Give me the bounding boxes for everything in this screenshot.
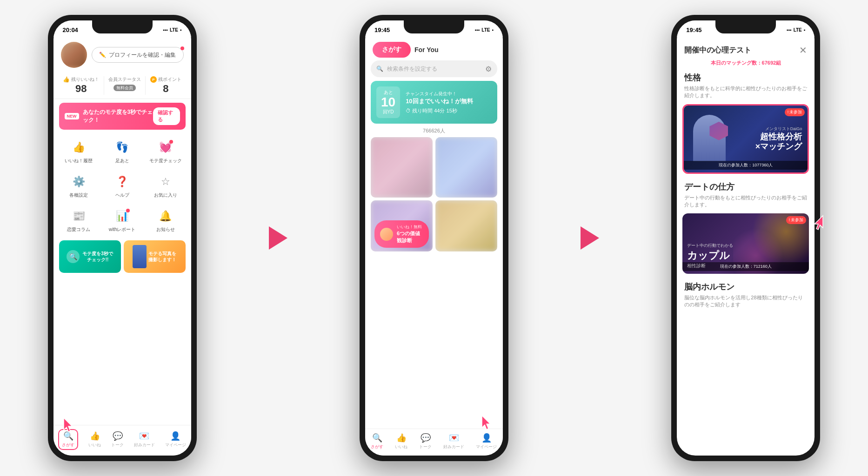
gear-icon: ⚙️ [70, 173, 87, 190]
menu-item-mote[interactable]: 💓 モテ度チェック [144, 133, 187, 168]
psych-main-title: 超性格分析×マッチング [755, 132, 802, 152]
nav-talk-2[interactable]: 💬 トーク [419, 433, 432, 450]
lte-icon: LTE [170, 27, 178, 33]
point-icon: P [150, 76, 157, 83]
promo-mote-check[interactable]: 🔍 モテ度を3秒でチェック!! [59, 240, 121, 273]
thumbs-up-icon: 👍 [70, 139, 87, 156]
profile-card-2[interactable] [435, 137, 497, 198]
nav-iine-2[interactable]: 👍 いいね [395, 433, 407, 450]
arrow-2 [576, 226, 604, 250]
psych-card-2[interactable]: デート中の行動でわかる カップル 相性診断 現在の参加人数：712160人 ! … [682, 213, 809, 274]
stats-row: 👍 残りいいね！ 98 会員ステータス 無料会員 P 残ポイント [53, 73, 191, 99]
modal-header: 開催中の心理テスト ✕ [677, 37, 815, 60]
report-notif-dot [126, 209, 130, 212]
profile-card-1[interactable] [371, 137, 433, 198]
search-nav-icon-2: 🔍 [372, 433, 382, 443]
nav-card-2[interactable]: 💌 好みカード [443, 433, 464, 450]
menu-item-notice[interactable]: 🔔 お知らせ [144, 202, 187, 237]
foryou-tab[interactable]: For You [414, 46, 439, 53]
bottom-card-1[interactable]: いいね！無料 6つの価値観診断 [371, 200, 433, 251]
status-icons-3: ▪▪▪ LTE ▪ [787, 27, 805, 33]
time-1: 20:04 [63, 26, 78, 33]
menu-item-column[interactable]: 📰 恋愛コラム [57, 202, 100, 237]
iine-nav-icon-2: 👍 [396, 433, 407, 443]
arrow-right-icon-1 [269, 226, 287, 250]
promo-photo[interactable]: モテる写真を撮影します！ [124, 240, 186, 273]
toast-avatar [380, 228, 393, 241]
psych-card-1[interactable]: メンタリストDaiGo 超性格分析×マッチング 現在の参加人数：1077360人… [682, 104, 809, 174]
confirm-button[interactable]: 確認する [153, 107, 180, 125]
promo-check-icon: 🔍 [67, 250, 80, 263]
edit-icon: ✏️ [99, 52, 106, 58]
mypage-nav-icon-2: 👤 [481, 433, 492, 443]
menu-item-report[interactable]: 📊 withレポート [100, 202, 144, 237]
talk-nav-icon: 💬 [113, 431, 123, 441]
match-count: 本日のマッチング数：67692組 [677, 60, 815, 66]
edit-profile-label: プロフィールを確認・編集 [109, 51, 176, 59]
not-joined-badge-1: ! 未参加 [785, 108, 805, 116]
iine-nav-icon: 👍 [90, 431, 100, 441]
bottom-card-2[interactable] [435, 200, 497, 251]
points-stat: P 残ポイント 8 [150, 76, 181, 95]
report-icon: 📊 [114, 208, 131, 225]
mote-banner-text: あなたのモテ度を3秒でチェック！ [83, 108, 154, 124]
promo-photo-img [133, 245, 147, 268]
newspaper-icon: 📰 [70, 208, 87, 225]
menu-item-settings[interactable]: ⚙️ 各種設定 [57, 168, 100, 202]
chance-timer: ⏱ 残り時間 44分 15秒 [406, 107, 492, 114]
lte-icon-3: LTE [794, 27, 802, 33]
section-title-1: 性格 [677, 72, 815, 85]
signal-icon-3: ▪▪▪ [787, 27, 792, 33]
promo-check-text: モテ度を3秒でチェック!! [82, 251, 113, 263]
menu-item-favorite[interactable]: ☆ お気に入り [144, 168, 187, 202]
mote-check-banner[interactable]: NEW あなたのモテ度を3秒でチェック！ 確認する [59, 103, 186, 130]
section-title-3: 脳内ホルモン [677, 278, 815, 294]
exclamation-icon-2: ! [789, 218, 790, 222]
menu-item-footprint[interactable]: 👣 足あと [100, 133, 144, 168]
profile-notif-dot [180, 46, 184, 50]
new-badge: NEW [65, 113, 79, 119]
chance-main: 10回までいいね！が無料 [406, 97, 492, 106]
nav-mypage-1[interactable]: 👤 マイページ [165, 431, 186, 448]
avatar[interactable] [61, 42, 87, 68]
likes-label: 残りいいね！ [71, 76, 99, 83]
bottom-card-img-2 [435, 200, 497, 251]
member-badge: 無料会員 [114, 85, 136, 91]
iine-toast[interactable]: いいね！無料 6つの価値観診断 [374, 220, 429, 248]
bottom-card-row: いいね！無料 6つの価値観診断 [371, 200, 497, 251]
nav-sagasu-2[interactable]: 🔍 さがす [371, 433, 383, 450]
points-label: 残ポイント [158, 76, 181, 83]
signal-icon: ▪▪▪ [163, 27, 168, 33]
promo-photo-text: モテる写真を撮影します！ [148, 251, 176, 263]
promo-banners: 🔍 モテ度を3秒でチェック!! モテる写真を撮影します！ [59, 240, 186, 273]
sagasu-tab[interactable]: さがす [373, 42, 411, 58]
battery-icon: ▪ [180, 27, 182, 33]
profile-grid [371, 137, 497, 198]
chance-notice: チャンスタイム発生中！ [406, 91, 492, 97]
couple-text-block: デート中の行動でわかる カップル 相性診断 [687, 243, 733, 269]
likes-stat: 👍 残りいいね！ 98 [63, 76, 99, 95]
search-bar[interactable]: 🔍 検索条件を設定する ⚙ [371, 60, 497, 77]
menu-grid: 👍 いいね！履歴 👣 足あと 💓 モテ度チェック ⚙️ 各種設定 [53, 133, 191, 237]
star-icon: ☆ [157, 173, 174, 190]
cursor-1 [62, 417, 79, 436]
nav-talk-1[interactable]: 💬 トーク [111, 431, 124, 448]
notch-1 [92, 20, 153, 33]
edit-profile-button[interactable]: ✏️ プロフィールを確認・編集 [92, 47, 184, 63]
filter-icon[interactable]: ⚙ [485, 65, 492, 73]
nav-mypage-2[interactable]: 👤 マイページ [476, 433, 497, 450]
section-desc-1: 性格診断をもとに科学的に相性ぴったりのお相手をご紹介します。 [677, 85, 815, 104]
talk-nav-icon-2: 💬 [421, 433, 431, 443]
menu-item-help[interactable]: ❓ ヘルプ [100, 168, 144, 202]
close-button[interactable]: ✕ [799, 45, 807, 56]
profile-img-2 [435, 137, 497, 198]
menu-item-iine[interactable]: 👍 いいね！履歴 [57, 133, 100, 168]
mote-notif-dot [169, 140, 173, 144]
member-label: 会員ステータス [108, 76, 141, 83]
nav-card-1[interactable]: 💌 好みカード [134, 431, 155, 448]
phone-1: 20:04 ▪▪▪ LTE ▪ ✏️ プロフィールを確認・編集 [48, 15, 197, 461]
nav-iine-1[interactable]: 👍 いいね [88, 431, 101, 448]
battery-icon-2: ▪ [492, 27, 494, 33]
profile-header: ✏️ プロフィールを確認・編集 [53, 37, 191, 73]
notch-3 [715, 20, 776, 33]
